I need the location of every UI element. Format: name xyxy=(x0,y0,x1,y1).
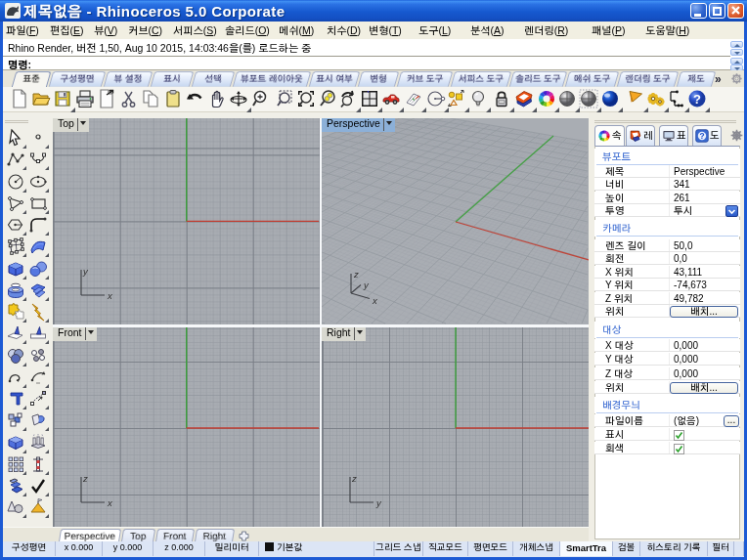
svg-text:x: x xyxy=(107,291,113,301)
svg-text:z: z xyxy=(82,474,88,484)
svg-text:x: x xyxy=(107,498,113,508)
svg-text:?: ? xyxy=(693,92,701,107)
svg-text:y: y xyxy=(363,280,370,290)
svg-text:?: ? xyxy=(699,131,704,141)
svg-text:y: y xyxy=(375,498,382,508)
svg-text:y: y xyxy=(82,267,89,277)
svg-text:x: x xyxy=(372,296,378,306)
svg-text:z: z xyxy=(351,474,357,484)
svg-text:z: z xyxy=(353,270,359,280)
